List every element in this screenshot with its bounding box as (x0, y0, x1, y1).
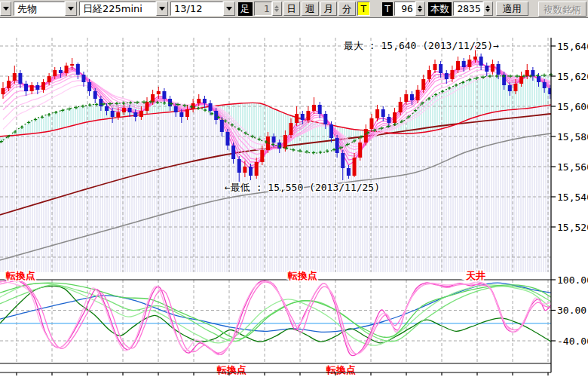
candle-up (433, 64, 437, 70)
candle-down (341, 153, 345, 168)
candle-down (179, 112, 183, 117)
candle-up (41, 82, 45, 90)
candle-down (237, 159, 241, 173)
candle-down (105, 106, 109, 111)
candle-up (421, 79, 425, 90)
chart-area: 最大 : 15,640 (2013/11/25)→←最低 : 15,550 (2… (0, 18, 588, 377)
candle-down (162, 91, 166, 99)
instrument-dropdown-button[interactable] (156, 2, 168, 16)
price-axis-label: 15,580 (557, 131, 588, 143)
candle-up (2, 88, 5, 94)
candle-up (65, 66, 69, 73)
candle-up (513, 84, 517, 91)
candle-up (47, 76, 51, 82)
dropdown-arrow-icon (226, 7, 232, 14)
candle-down (497, 64, 501, 75)
candle-down (87, 82, 91, 91)
bar-count-stepper[interactable]: 2835 (453, 2, 493, 16)
candle-up (139, 111, 143, 117)
spinner-icon[interactable] (483, 2, 493, 16)
price-axis-label: 15,540 (557, 192, 588, 203)
candle-down (479, 57, 483, 66)
bar-count-value: 2835 (453, 2, 483, 16)
instrument-value: 日経225mini (79, 2, 156, 16)
candle-down (133, 112, 137, 117)
period-month-button[interactable]: 月 (320, 2, 338, 16)
signal-label-bottom: 転換点 (216, 364, 247, 375)
oscillator-panel (0, 280, 551, 363)
candle-down (301, 114, 305, 120)
candle-up (456, 61, 460, 70)
candle-up (260, 150, 264, 162)
candle-down (543, 82, 547, 88)
signal-label-bottom: 転換点 (326, 364, 356, 375)
period-week-button[interactable]: 週 (302, 2, 319, 16)
oscillator-axis-label: 100.00 (557, 274, 588, 286)
candle-down (209, 103, 213, 111)
candle-up (427, 70, 431, 79)
min-price-annotation: ←最低 : 15,550 (2013/11/25) (225, 182, 380, 193)
candle-down (93, 91, 97, 99)
candle-down (24, 84, 28, 91)
signal-label-top: 転換点 (5, 270, 35, 281)
bar-count-label: 本数 (428, 2, 452, 16)
candle-down (439, 64, 443, 73)
candle-up (312, 105, 316, 111)
candle-up (525, 70, 529, 76)
candle-up (30, 85, 34, 91)
contract-month-value: 13/12 (170, 2, 223, 16)
candle-down (174, 106, 178, 112)
candle-down (387, 117, 390, 123)
candle-down (508, 85, 512, 91)
candle-up (7, 81, 11, 88)
candle-down (203, 99, 207, 103)
candle-down (99, 99, 103, 106)
period-tick-button[interactable]: T (357, 2, 371, 16)
candle-down (272, 136, 276, 143)
toolbar: 先物 日経225mini 13/12 足 1 日 週 月 分 T T 96 本数… (0, 0, 588, 18)
candle-down (220, 120, 224, 132)
signal-label-top: 天井 (465, 270, 485, 281)
tick-count-stepper[interactable]: 96 (394, 2, 425, 16)
contract-month-combo[interactable]: 13/12 (170, 2, 235, 16)
candle-up (306, 111, 310, 120)
instrument-type-value: 先物 (14, 2, 65, 16)
price-axis-label: 15,520 (557, 222, 588, 233)
interval-stepper[interactable]: 1 (254, 2, 282, 16)
candle-up (404, 94, 408, 102)
dropdown-arrow-icon (68, 7, 74, 14)
instrument-combo[interactable]: 日経225mini (79, 2, 168, 16)
instrument-type-dropdown-button[interactable] (65, 2, 77, 16)
dropdown-arrow-icon (159, 7, 165, 14)
oscillator-axis-label: -40.00 (557, 336, 588, 347)
candle-down (462, 61, 466, 67)
candle-down (59, 70, 63, 73)
candle-down (347, 168, 351, 176)
candle-up (13, 73, 17, 81)
candle-up (358, 143, 362, 158)
max-price-annotation: 最大 : 15,640 (2013/11/25)→ (344, 40, 499, 51)
spinner-icon[interactable] (272, 2, 282, 16)
instrument-type-combo[interactable]: 先物 (14, 2, 77, 16)
candle-up (289, 123, 293, 135)
chart-canvas[interactable]: 最大 : 15,640 (2013/11/25)→←最低 : 15,550 (2… (0, 18, 588, 377)
candle-down (335, 138, 339, 153)
period-minute-button[interactable]: 分 (338, 2, 356, 16)
period-day-button[interactable]: 日 (283, 2, 301, 16)
multi-symbol-button[interactable]: 複数銘柄 (538, 2, 586, 17)
candle-up (491, 64, 495, 72)
left-combo-stub[interactable] (0, 2, 11, 16)
contract-month-dropdown-button[interactable] (223, 2, 235, 16)
candle-up (364, 129, 368, 143)
apply-button[interactable]: 適用 (496, 2, 528, 16)
dropdown-arrow-icon (3, 7, 9, 14)
candle-up (369, 118, 373, 129)
candle-down (323, 114, 327, 124)
candle-down (35, 85, 39, 90)
candle-down (18, 73, 22, 84)
spinner-icon[interactable] (415, 2, 425, 16)
tick-count-value: 96 (394, 2, 415, 16)
candle-down (445, 73, 449, 79)
candle-down (531, 70, 534, 76)
candle-up (157, 91, 161, 94)
